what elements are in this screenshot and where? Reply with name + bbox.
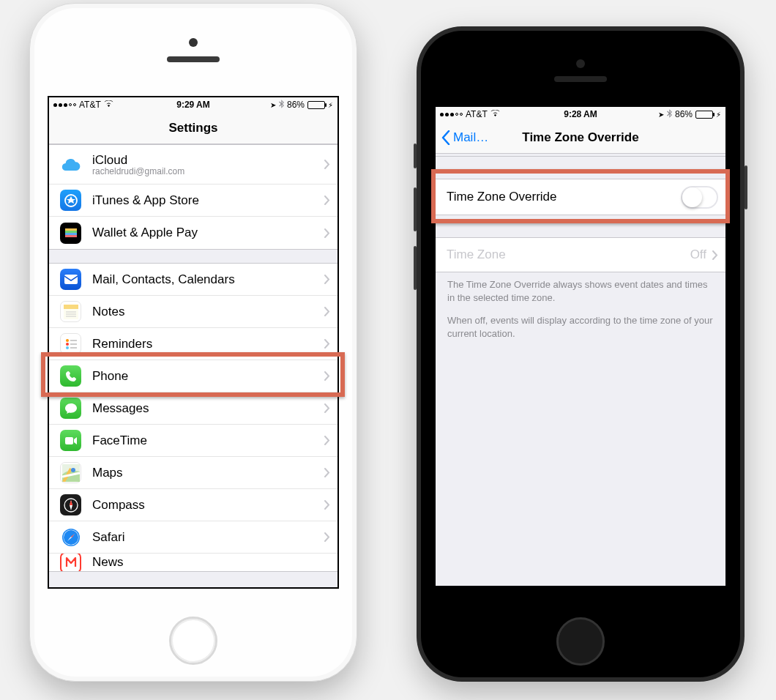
chevron-right-icon [324,307,330,316]
settings-item-notes[interactable]: Notes [49,296,337,328]
footnote-line-2: When off, events will display according … [447,314,714,340]
row-sublabel: racheldrudi@gmail.com [92,166,324,176]
earpiece [554,76,607,82]
footnote-text: The Time Zone Override always shows even… [436,272,725,340]
row-label: Mail, Contacts, Calendars [92,272,324,287]
battery-icon [695,111,713,119]
settings-item-compass[interactable]: Compass [49,489,337,521]
volume-up-button[interactable] [414,187,417,231]
signal-dots-icon [440,113,463,116]
chevron-left-icon [441,130,450,145]
settings-item-itunes[interactable]: iTunes & App Store [49,185,337,217]
status-time: 9:29 AM [176,100,210,110]
wallet-icon [60,223,81,244]
safari-icon [60,526,81,548]
nav-back-label: Mail… [453,130,488,145]
carrier-label: AT&T [466,109,488,119]
settings-item-mail[interactable]: Mail, Contacts, Calendars [49,264,337,296]
tz-value-row[interactable]: Time Zone Off [436,238,725,272]
chevron-right-icon [324,436,330,445]
iphone-black: AT&T 9:28 AM ➤ 86% ⚡︎ [417,26,745,682]
charging-icon: ⚡︎ [716,111,721,119]
settings-item-safari[interactable]: Safari [49,521,337,554]
notes-icon [60,301,81,322]
svg-point-20 [71,468,75,472]
row-label: Wallet & Apple Pay [92,226,324,240]
chevron-right-icon [324,500,330,510]
svg-rect-3 [65,231,77,233]
earpiece [167,56,220,62]
tz-override-toggle-row[interactable]: Time Zone Override [436,179,725,215]
wifi-icon [104,100,113,109]
mail-icon [60,269,81,290]
chevron-right-icon [324,275,330,284]
settings-item-maps[interactable]: Maps [49,457,337,489]
battery-percent: 86% [675,109,693,119]
status-bar: AT&T 9:29 AM ➤ 86% ⚡︎ [49,97,337,112]
settings-group-apps: Mail, Contacts, Calendars Notes Reminder… [49,263,337,572]
carrier-label: AT&T [79,100,101,110]
row-label: Time Zone [447,247,690,262]
location-icon: ➤ [658,111,664,119]
svg-rect-2 [65,228,77,231]
nav-bar: Mail… Time Zone Override [436,122,725,154]
settings-item-wallet[interactable]: Wallet & Apple Pay [49,217,337,249]
row-label: Reminders [92,337,324,351]
home-button[interactable] [169,617,217,665]
home-button[interactable] [556,617,605,666]
maps-icon [60,462,81,483]
mute-switch[interactable] [414,144,417,168]
bluetooth-icon [667,109,672,119]
settings-item-reminders[interactable]: Reminders [49,328,337,360]
settings-item-phone[interactable]: Phone [49,360,337,392]
row-label: Notes [92,305,324,319]
bluetooth-icon [279,100,284,110]
nav-back-button[interactable]: Mail… [441,122,488,153]
chevron-right-icon [324,339,330,349]
status-time: 9:28 AM [564,109,597,119]
front-camera [189,38,198,47]
location-icon: ➤ [270,101,276,109]
front-camera [576,59,585,68]
wifi-icon [490,110,500,119]
row-label: News [92,555,330,570]
settings-group-account: iCloud racheldrudi@gmail.com iTunes & Ap… [49,144,337,250]
signal-dots-icon [53,103,76,107]
settings-item-news[interactable]: News [49,554,337,571]
row-label: iCloud [92,153,324,168]
settings-item-messages[interactable]: Messages [49,392,337,425]
svg-point-14 [66,346,69,349]
iphone-white: AT&T 9:29 AM ➤ 86% ⚡︎ Se [29,3,357,682]
row-label: FaceTime [92,433,324,448]
charging-icon: ⚡︎ [328,101,333,109]
chevron-right-icon [712,250,718,260]
chevron-right-icon [324,160,330,169]
row-label: Maps [92,466,324,480]
svg-point-12 [66,339,69,342]
news-icon [60,554,81,571]
toggle-switch[interactable] [681,186,718,209]
settings-item-facetime[interactable]: FaceTime [49,425,337,457]
svg-rect-6 [64,275,78,284]
power-button[interactable] [745,165,747,209]
appstore-icon [60,190,81,211]
nav-title: Settings [168,121,217,135]
volume-down-button[interactable] [414,246,417,290]
nav-bar: Settings [49,112,337,144]
battery-percent: 86% [287,100,305,110]
reminders-icon [60,333,81,354]
tz-value-group: Time Zone Off [436,237,725,272]
nav-title: Time Zone Override [522,130,638,145]
chevron-right-icon [324,403,330,413]
icloud-icon [60,154,81,175]
compass-icon [60,494,81,515]
settings-item-icloud[interactable]: iCloud racheldrudi@gmail.com [49,145,337,185]
chevron-right-icon [324,468,330,477]
chevron-right-icon [324,371,330,381]
svg-rect-7 [64,305,78,309]
tz-override-group: Time Zone Override [436,179,725,215]
row-label: Phone [92,369,324,384]
svg-rect-18 [65,437,73,444]
row-label: Compass [92,498,324,513]
svg-rect-4 [65,233,77,235]
